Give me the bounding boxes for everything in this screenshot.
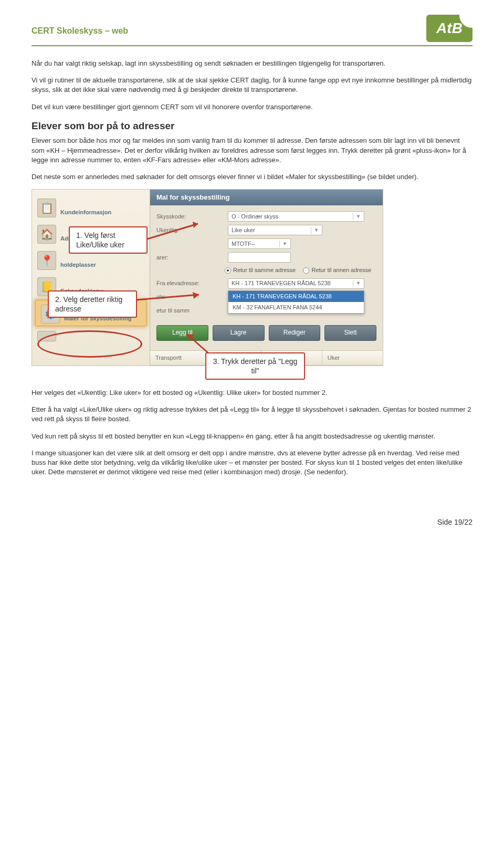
paragraph-3: Det vil kun være bestillinger gjort gjen… <box>32 102 472 112</box>
house-icon <box>37 225 56 244</box>
select-ukentlig[interactable]: Like uker ▼ <box>228 225 322 235</box>
label-fra: Fra elevadresse: <box>156 279 224 287</box>
paragraph-8: Ved kun rett på skyss til ett bosted ben… <box>32 432 472 441</box>
callout-3: 3. Trykk deretter på "Legg til" <box>205 352 305 380</box>
label-varer: arer: <box>156 254 224 262</box>
button-label: Rediger <box>284 328 306 337</box>
button-label: Lagre <box>230 328 247 337</box>
select-ukedager[interactable]: MTOTF-- ▼ <box>228 238 291 249</box>
radio-icon <box>225 267 231 274</box>
radio-label: Retur til samme adresse <box>233 267 296 273</box>
chevron-down-icon: ▼ <box>353 213 361 220</box>
document-header: CERT Skoleskyss – web AtB <box>32 15 472 46</box>
select-value: MTOTF-- <box>232 240 255 248</box>
edit-button[interactable]: Rediger <box>269 325 321 341</box>
button-label: Slett <box>344 328 357 337</box>
callout-text: 2. Velg deretter riktig adresse <box>55 295 122 313</box>
row-fra-adresse: Fra elevadresse: KH - 171 TRANEVEGEN RÅD… <box>156 277 376 290</box>
paragraph-6: Her velges det «Ukentlig: Like uker» for… <box>32 388 472 398</box>
chevron-down-icon: ▼ <box>279 241 287 247</box>
col-uker: Uker <box>322 351 383 365</box>
paragraph-2: Vi vil gi rutiner til de aktuelle transp… <box>32 76 472 95</box>
paragraph-1: Når du har valgt riktig selskap, lagt in… <box>32 59 472 68</box>
sidebar-label: Kundeinformasjon <box>60 209 111 216</box>
dropdown-option[interactable]: KM - 32 FANAFLATEN FANA 5244 <box>228 302 364 313</box>
dropdown-option[interactable]: KH - 171 TRANEVEGEN RÅDAL 5238 <box>228 291 364 302</box>
panel-title: Mal for skyssbestilling <box>150 190 383 205</box>
document-title: CERT Skoleskyss – web <box>32 15 128 37</box>
atb-logo: AtB <box>426 15 472 42</box>
page-footer: Side 19/22 <box>437 517 472 528</box>
highlight-ellipse <box>37 330 142 358</box>
svg-line-0 <box>145 224 198 239</box>
callout-2: 2. Velg deretter riktig adresse <box>48 290 137 318</box>
logo-text: AtB <box>436 18 463 38</box>
paragraph-9: I mange situasjoner kan det være slik at… <box>32 449 472 477</box>
heading-two-addresses: Elever som bor på to adresser <box>32 119 472 133</box>
clipboard-icon <box>37 199 56 217</box>
paragraph-5: Det neste som er annerledes med søknader… <box>32 172 472 182</box>
chevron-down-icon: ▼ <box>353 280 361 287</box>
paragraph-4: Elever som bor både hos mor og far melde… <box>32 136 472 165</box>
callout-text: 1. Velg først Like/Ulike uker <box>76 231 124 249</box>
input-varer[interactable] <box>228 252 291 263</box>
select-value: O - Ordinær skyss <box>232 213 278 221</box>
radio-retur-annen[interactable]: Retur til annen adresse <box>302 267 371 273</box>
radio-retur-samme[interactable]: Retur til samme adresse <box>224 267 296 273</box>
arrow-icon <box>145 218 208 250</box>
sidebar-label: holdeplasser <box>60 261 96 269</box>
select-value: KH - 171 TRANEVEGEN RÅDAL 5238 <box>232 279 331 287</box>
dropdown-open-adresse[interactable]: KH - 171 TRANEVEGEN RÅDAL 5238 KM - 32 F… <box>228 290 364 314</box>
select-fra-adresse[interactable]: KH - 171 TRANEVEGEN RÅDAL 5238 ▼ <box>228 278 364 289</box>
arrow-icon <box>136 289 209 310</box>
pin-icon <box>37 251 56 270</box>
select-skysskode[interactable]: O - Ordinær skyss ▼ <box>228 211 364 222</box>
radio-label: Retur til annen adresse <box>311 267 371 273</box>
select-value: Like uker <box>232 226 255 234</box>
callout-text: 3. Trykk deretter på "Legg til" <box>213 357 298 375</box>
sidebar-item-kundeinfo[interactable]: Kundeinformasjon <box>32 194 150 220</box>
svg-line-2 <box>136 295 199 300</box>
callout-1: 1. Velg først Like/Ulike uker <box>69 226 148 254</box>
row-retur-radio: Retur til samme adresse Retur til annen … <box>156 264 376 276</box>
app-screenshot: Kundeinformasjon Adres holdeplasser Søkn… <box>32 189 383 366</box>
radio-icon <box>303 267 309 274</box>
delete-button[interactable]: Slett <box>324 325 376 341</box>
row-varer: arer: <box>156 251 376 264</box>
chevron-down-icon: ▼ <box>311 227 319 234</box>
paragraph-7: Etter å ha valgt «Like/Ulike uker» og ri… <box>32 405 472 424</box>
